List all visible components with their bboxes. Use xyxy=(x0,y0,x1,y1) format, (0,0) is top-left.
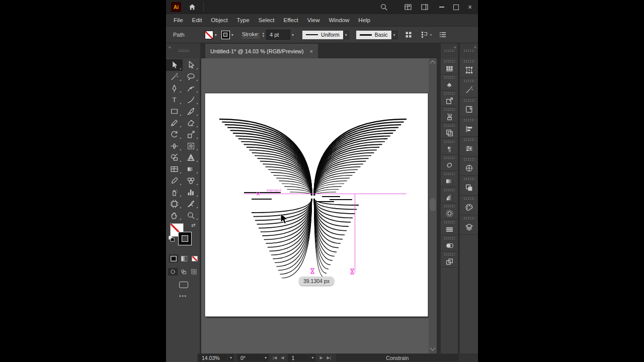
edit-toolbar-button[interactable]: ••• xyxy=(166,294,200,299)
inner-dock-header[interactable]: « xyxy=(441,43,458,58)
menu-item-select[interactable]: Select xyxy=(254,14,279,26)
toolbar-grip[interactable] xyxy=(178,49,189,52)
tool-eyedropper[interactable] xyxy=(166,175,183,187)
tool-symbol-sprayer[interactable] xyxy=(166,187,183,198)
artboard-chevron-icon[interactable]: ▾ xyxy=(309,354,315,361)
first-artboard-icon[interactable]: |◀ xyxy=(273,355,277,360)
tool-magic-wand[interactable] xyxy=(166,71,183,82)
tool-curvature[interactable] xyxy=(183,82,199,94)
draw-inside-button[interactable] xyxy=(189,268,199,276)
tool-direct-selection[interactable] xyxy=(183,59,199,71)
gradient-button[interactable] xyxy=(180,254,189,262)
panel-grip[interactable] xyxy=(444,237,455,239)
rotation-chevron-icon[interactable]: ▾ xyxy=(263,354,269,361)
search-icon[interactable] xyxy=(380,3,388,11)
scroll-down-icon[interactable] xyxy=(430,345,435,350)
tool-lasso[interactable] xyxy=(183,71,199,82)
panel-grip[interactable] xyxy=(444,253,455,255)
panel-graphic-styles-button[interactable] xyxy=(460,98,478,117)
toolbar-panel-header[interactable]: « xyxy=(166,43,200,58)
previous-artboard-icon[interactable]: ◀ xyxy=(281,355,284,360)
arrange-documents-icon[interactable] xyxy=(421,3,429,11)
rotation-field[interactable]: 0° xyxy=(237,354,262,361)
panel-grip[interactable] xyxy=(444,221,455,223)
panel-artboards-button[interactable] xyxy=(441,123,458,139)
draw-normal-button[interactable] xyxy=(168,268,178,276)
canvas-area[interactable]: Intersect 39.1304 px xyxy=(201,58,429,353)
tool-rectangle[interactable] xyxy=(166,106,183,117)
tool-scale[interactable] xyxy=(183,129,199,140)
panel-gradient-button[interactable] xyxy=(441,171,458,187)
panel-grip[interactable] xyxy=(444,205,455,207)
stroke-weight-label[interactable]: Stroke: xyxy=(242,31,260,38)
tool-selection[interactable] xyxy=(166,59,183,71)
options-menu-icon[interactable] xyxy=(439,31,447,39)
tool-hand[interactable] xyxy=(166,210,183,221)
recolor-artwork-icon[interactable] xyxy=(405,31,413,39)
brush-definition-chevron[interactable]: ▾ xyxy=(391,31,397,39)
panel-transparency-button[interactable] xyxy=(441,235,458,251)
tool-rotate[interactable] xyxy=(166,129,183,140)
tool-pencil[interactable] xyxy=(166,117,183,129)
panel-magic-wand-button[interactable] xyxy=(460,78,478,98)
last-artboard-icon[interactable]: ▶| xyxy=(327,355,331,360)
tool-column-graph[interactable] xyxy=(183,187,199,198)
menu-item-edit[interactable]: Edit xyxy=(188,14,207,26)
panel-character-button[interactable]: O xyxy=(441,155,458,171)
tool-artboard[interactable] xyxy=(166,198,183,210)
panel-grip[interactable] xyxy=(463,99,474,102)
align-options-icon[interactable] xyxy=(421,31,429,39)
tool-eraser[interactable] xyxy=(183,117,199,129)
chevron-down-icon[interactable]: ▾ xyxy=(290,33,295,37)
panel-grip[interactable] xyxy=(444,49,455,52)
width-profile-chevron[interactable]: ▾ xyxy=(343,31,349,39)
zoom-chevron-icon[interactable]: ▾ xyxy=(228,354,234,361)
panel-grip[interactable] xyxy=(444,140,455,143)
vertical-scrollbar[interactable] xyxy=(429,58,437,353)
tool-slice[interactable] xyxy=(183,198,199,210)
menu-item-help[interactable]: Help xyxy=(354,14,375,26)
panel-grip[interactable] xyxy=(444,76,455,78)
chevron-down-icon[interactable]: ▾ xyxy=(230,33,235,37)
tool-free-transform[interactable] xyxy=(183,140,199,152)
scrollbar-thumb[interactable] xyxy=(430,198,436,211)
panel-properties-button[interactable] xyxy=(441,219,458,235)
panel-grip[interactable] xyxy=(444,172,455,175)
panel-color-button[interactable] xyxy=(460,196,478,215)
tool-gradient[interactable] xyxy=(183,163,199,175)
panel-transform-button[interactable] xyxy=(460,58,478,78)
panel-swatches-button[interactable] xyxy=(441,58,458,74)
tab-close-icon[interactable]: × xyxy=(309,48,312,54)
panel-grip[interactable] xyxy=(444,189,455,191)
tool-perspective-grid[interactable] xyxy=(183,152,199,163)
menu-item-view[interactable]: View xyxy=(303,14,325,26)
panel-grip[interactable] xyxy=(444,108,455,111)
draw-behind-button[interactable] xyxy=(179,268,188,276)
stroke-weight-field[interactable]: 4 pt xyxy=(266,30,290,40)
stroke-weight-stepper[interactable]: ▴▾ xyxy=(263,32,265,38)
artboard-number-field[interactable]: 1 xyxy=(288,354,309,361)
tool-blend[interactable] xyxy=(183,175,199,187)
tool-shape-builder[interactable] xyxy=(166,152,183,163)
tool-width[interactable] xyxy=(166,140,183,152)
panel-align-button[interactable] xyxy=(460,117,478,137)
panel-grip[interactable] xyxy=(444,124,455,127)
panel-shape-modes-button[interactable] xyxy=(460,176,478,196)
scroll-up-icon[interactable] xyxy=(430,60,435,66)
panel-gradient-angle-button[interactable] xyxy=(441,187,458,203)
panel-paragraph-button[interactable]: ¶ xyxy=(441,139,458,155)
width-profile-dropdown[interactable]: Uniform xyxy=(302,31,343,39)
close-button[interactable]: × xyxy=(463,0,477,14)
panel-grip[interactable] xyxy=(444,156,455,159)
menu-item-effect[interactable]: Effect xyxy=(279,14,303,26)
menu-item-type[interactable]: Type xyxy=(232,14,254,26)
panel-links-button[interactable] xyxy=(441,251,458,267)
none-button[interactable] xyxy=(190,254,199,262)
panel-grip[interactable] xyxy=(444,92,455,95)
panel-grip[interactable] xyxy=(463,177,474,180)
panel-grip[interactable] xyxy=(463,217,474,219)
panel-layers-button[interactable] xyxy=(460,215,478,235)
home-icon[interactable] xyxy=(188,3,196,11)
stroke-swatch[interactable] xyxy=(178,232,192,245)
tool-mesh[interactable] xyxy=(166,163,183,175)
